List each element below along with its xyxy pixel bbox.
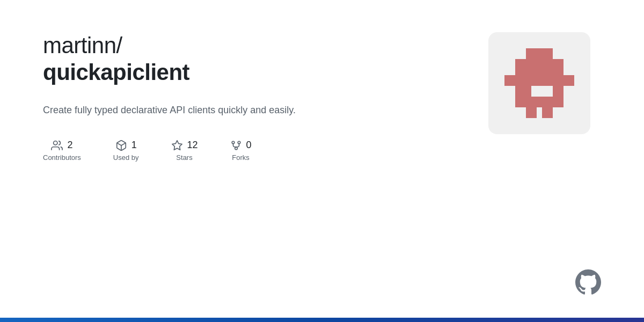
stars-count: 12 <box>187 140 198 151</box>
svg-rect-20 <box>531 59 537 64</box>
stars-stat[interactable]: 12 Stars <box>171 140 198 162</box>
svg-rect-41 <box>547 70 553 75</box>
forks-stat[interactable]: 0 Forks <box>230 140 252 162</box>
svg-rect-28 <box>526 64 531 70</box>
contributors-count: 2 <box>67 140 72 151</box>
svg-rect-79 <box>558 91 564 97</box>
svg-rect-34 <box>558 64 564 70</box>
svg-rect-57 <box>504 80 510 86</box>
svg-rect-101 <box>547 107 553 113</box>
svg-rect-38 <box>531 70 537 75</box>
contributors-label: Contributors <box>43 153 81 162</box>
svg-rect-44 <box>504 75 510 80</box>
svg-rect-58 <box>510 80 515 86</box>
svg-rect-32 <box>547 64 553 70</box>
svg-rect-75 <box>515 91 521 97</box>
svg-rect-12 <box>526 54 531 59</box>
svg-rect-69 <box>569 80 574 86</box>
svg-rect-55 <box>564 75 569 80</box>
svg-rect-83 <box>531 97 537 102</box>
svg-rect-49 <box>531 75 537 80</box>
svg-rect-65 <box>547 80 553 86</box>
svg-rect-30 <box>537 64 542 70</box>
svg-rect-50 <box>537 75 542 80</box>
svg-rect-81 <box>521 97 526 102</box>
svg-rect-104 <box>542 113 547 118</box>
svg-rect-78 <box>553 91 558 97</box>
svg-marker-2 <box>172 140 181 149</box>
svg-rect-60 <box>521 80 526 86</box>
fork-icon <box>230 140 242 151</box>
svg-rect-24 <box>553 59 558 64</box>
svg-rect-74 <box>558 86 564 91</box>
svg-rect-70 <box>515 86 521 91</box>
svg-rect-15 <box>542 54 547 59</box>
svg-rect-11 <box>547 48 553 54</box>
svg-rect-45 <box>510 75 515 80</box>
svg-rect-31 <box>542 64 547 70</box>
svg-rect-40 <box>542 70 547 75</box>
repo-avatar <box>488 32 590 134</box>
repo-name[interactable]: quickapiclient <box>43 59 440 86</box>
svg-rect-52 <box>547 75 553 80</box>
svg-rect-14 <box>537 54 542 59</box>
svg-rect-84 <box>537 97 542 102</box>
svg-rect-98 <box>526 107 531 113</box>
svg-rect-62 <box>531 80 537 86</box>
svg-rect-13 <box>531 54 537 59</box>
repo-title: martinn/ quickapiclient <box>43 32 440 86</box>
svg-rect-36 <box>521 70 526 75</box>
svg-rect-63 <box>537 80 542 86</box>
svg-rect-25 <box>558 59 564 64</box>
svg-rect-21 <box>537 59 542 64</box>
svg-rect-54 <box>558 75 564 80</box>
svg-rect-76 <box>521 91 526 97</box>
svg-rect-26 <box>515 64 521 70</box>
svg-rect-85 <box>542 97 547 102</box>
svg-rect-7 <box>526 48 531 54</box>
svg-rect-77 <box>526 91 531 97</box>
svg-rect-18 <box>521 59 526 64</box>
svg-rect-89 <box>515 102 521 107</box>
svg-point-0 <box>54 141 57 144</box>
svg-rect-56 <box>569 75 574 80</box>
repo-description: Create fully typed declarative API clien… <box>43 103 338 118</box>
forks-count: 0 <box>246 140 252 151</box>
svg-rect-105 <box>547 113 553 118</box>
svg-rect-23 <box>547 59 553 64</box>
svg-rect-73 <box>553 86 558 91</box>
svg-rect-46 <box>515 75 521 80</box>
stars-label: Stars <box>176 153 192 162</box>
svg-rect-96 <box>553 102 558 107</box>
pixel-art-logo <box>504 48 574 118</box>
svg-rect-91 <box>526 102 531 107</box>
github-icon[interactable] <box>575 269 601 295</box>
svg-rect-61 <box>526 80 531 86</box>
forks-label: Forks <box>232 153 250 162</box>
svg-rect-100 <box>542 107 547 113</box>
contributors-stat[interactable]: 2 Contributors <box>43 140 81 162</box>
svg-rect-87 <box>553 97 558 102</box>
contributors-icon <box>51 140 63 151</box>
svg-rect-51 <box>542 75 547 80</box>
svg-rect-59 <box>515 80 521 86</box>
used-by-stat[interactable]: 1 Used by <box>113 140 139 162</box>
svg-rect-82 <box>526 97 531 102</box>
svg-rect-10 <box>542 48 547 54</box>
package-icon <box>115 140 127 151</box>
svg-rect-8 <box>531 48 537 54</box>
svg-rect-42 <box>553 70 558 75</box>
svg-rect-94 <box>542 102 547 107</box>
stats-row: 2 Contributors 1 Used by <box>43 140 440 162</box>
star-icon <box>171 140 183 151</box>
svg-rect-86 <box>547 97 553 102</box>
svg-rect-72 <box>526 86 531 91</box>
svg-rect-95 <box>547 102 553 107</box>
svg-rect-37 <box>526 70 531 75</box>
svg-rect-33 <box>553 64 558 70</box>
svg-rect-99 <box>531 107 537 113</box>
bottom-bar <box>0 318 644 322</box>
svg-rect-80 <box>515 97 521 102</box>
repo-owner[interactable]: martinn/ <box>43 32 440 59</box>
svg-rect-39 <box>537 70 542 75</box>
